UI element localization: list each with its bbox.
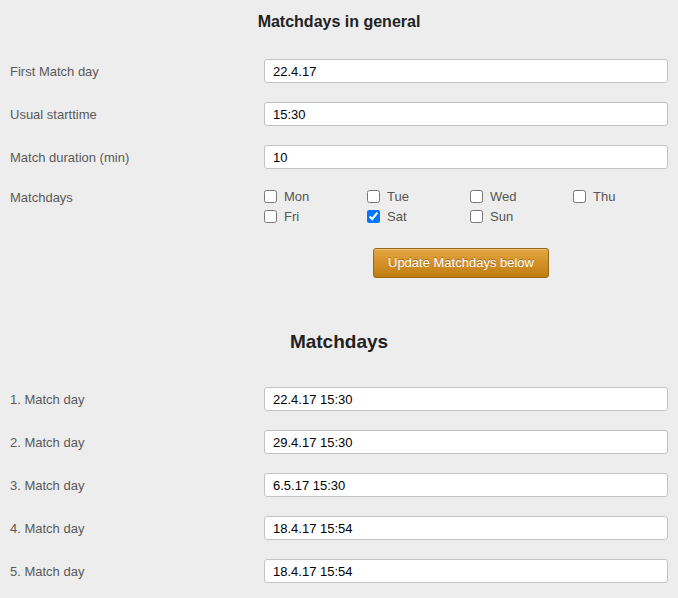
usual-starttime-input[interactable] [264,102,668,126]
usual-starttime-row: Usual starttime [0,102,678,126]
match-day-4-row: 4. Match day [0,516,678,540]
weekday-checkbox-wed[interactable] [470,190,483,203]
weekday-label-tue: Tue [387,189,409,204]
weekday-checkbox-mon[interactable] [264,190,277,203]
button-row-spacer [0,248,254,278]
weekday-label-thu: Thu [593,189,615,204]
match-day-5-label: 5. Match day [10,564,264,579]
match-day-4-input[interactable] [264,516,668,540]
weekday-label-sun: Sun [490,209,513,224]
match-day-1-input[interactable] [264,387,668,411]
match-day-3-row: 3. Match day [0,473,678,497]
match-day-5-input[interactable] [264,559,668,583]
weekday-item-wed: Wed [470,188,573,204]
match-day-2-row: 2. Match day [0,430,678,454]
weekday-item-thu: Thu [573,188,676,204]
weekday-label-sat: Sat [387,209,407,224]
first-match-day-row: First Match day [0,59,678,83]
update-button-row: Update Matchdays below [0,248,678,278]
weekday-checkbox-fri[interactable] [264,210,277,223]
weekday-grid: Mon Tue Wed Thu Fri Sat Sun [264,188,676,224]
update-matchdays-button[interactable]: Update Matchdays below [373,248,549,278]
matchdays-weekday-row: Matchdays Mon Tue Wed Thu Fri Sat Sun [0,188,678,224]
weekday-checkbox-sun[interactable] [470,210,483,223]
first-match-day-label: First Match day [10,64,264,79]
match-day-3-input[interactable] [264,473,668,497]
match-day-1-label: 1. Match day [10,392,264,407]
weekday-checkbox-thu[interactable] [573,190,586,203]
weekday-item-sat: Sat [367,208,470,224]
weekday-item-sun: Sun [470,208,573,224]
button-area: Update Matchdays below [254,248,678,278]
weekday-item-fri: Fri [264,208,367,224]
weekday-label-mon: Mon [284,189,309,204]
match-duration-row: Match duration (min) [0,145,678,169]
match-day-4-label: 4. Match day [10,521,264,536]
matchdays-section-title: Matchdays [0,331,678,353]
match-duration-label: Match duration (min) [10,150,264,165]
match-day-2-input[interactable] [264,430,668,454]
match-day-1-row: 1. Match day [0,387,678,411]
page-title: Matchdays in general [0,0,678,31]
weekday-label-fri: Fri [284,209,299,224]
matchdays-weekday-label: Matchdays [10,188,264,205]
match-duration-input[interactable] [264,145,668,169]
weekday-checkbox-tue[interactable] [367,190,380,203]
usual-starttime-label: Usual starttime [10,107,264,122]
weekday-item-tue: Tue [367,188,470,204]
first-match-day-input[interactable] [264,59,668,83]
match-day-3-label: 3. Match day [10,478,264,493]
match-day-2-label: 2. Match day [10,435,264,450]
match-day-5-row: 5. Match day [0,559,678,583]
weekday-label-wed: Wed [490,189,517,204]
weekday-item-mon: Mon [264,188,367,204]
weekday-checkbox-sat[interactable] [367,210,380,223]
